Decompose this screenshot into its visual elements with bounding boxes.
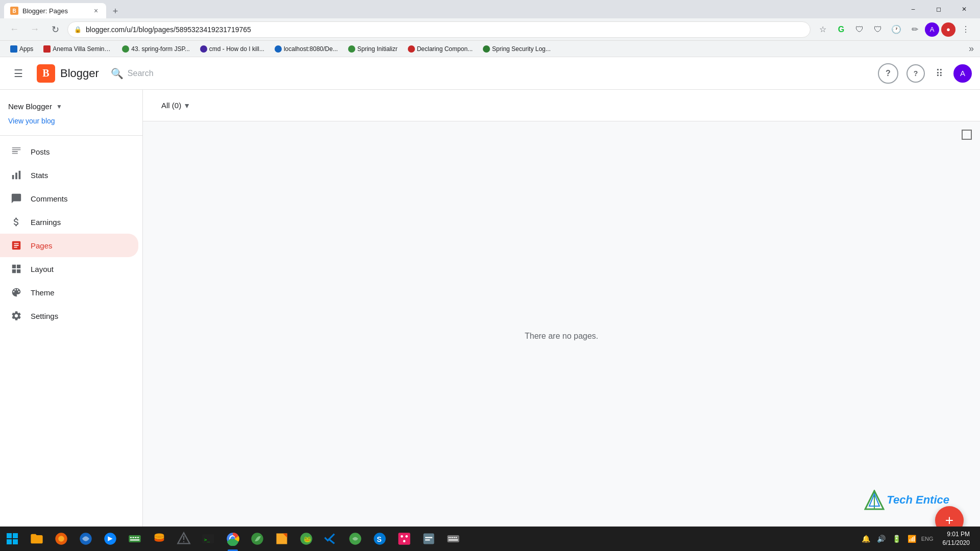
bookmark-star-icon[interactable]: ☆ (815, 21, 831, 38)
svg-text:>_: >_ (204, 537, 210, 542)
tab-close-button[interactable]: × (92, 7, 100, 15)
url-bar[interactable]: 🔒 blogger.com/u/1/blog/pages/58953234192… (67, 21, 811, 38)
taskbar-terminal[interactable]: >_ (196, 527, 220, 551)
paint-icon (397, 532, 411, 546)
hamburger-menu-button[interactable]: ☰ (8, 63, 29, 84)
pages-body: There are no pages. + (143, 121, 980, 551)
view-blog-link[interactable]: View your blog (0, 115, 142, 131)
new-tab-button[interactable]: + (108, 4, 122, 18)
bookmarks-more-button[interactable]: » (969, 43, 974, 54)
bookmark-cmd[interactable]: cmd - How do I kill... (196, 44, 268, 54)
help-button[interactable]: ? (906, 64, 925, 83)
taskbar-keyboard2[interactable] (441, 527, 465, 551)
bookmark-spring-init[interactable]: Spring Initializr (344, 44, 402, 54)
taskbar-clock[interactable]: 9:01 PM 6/11/2020 (937, 530, 976, 547)
taskbar-firefox[interactable] (49, 527, 74, 551)
svg-rect-8 (7, 539, 12, 544)
taskbar-spring[interactable] (245, 527, 270, 551)
minimize-button[interactable]: – (901, 1, 925, 17)
blogger-icon: B (37, 64, 55, 83)
svg-point-20 (155, 534, 164, 537)
maximize-button[interactable]: ◻ (927, 1, 950, 17)
volume-icon[interactable]: 🔊 (874, 532, 889, 546)
bookmark-anema[interactable]: Anema Villa Seminy... (39, 44, 116, 54)
extension3-icon[interactable]: 🕐 (888, 21, 904, 38)
taskbar-app15[interactable] (416, 527, 441, 551)
keyboard-layout-icon[interactable]: ENG (920, 532, 935, 546)
taskbar-ie[interactable] (74, 527, 98, 551)
sidebar-theme-label: Theme (31, 288, 55, 297)
refresh-button[interactable]: ↻ (47, 21, 63, 38)
search-input[interactable] (128, 69, 281, 78)
app10-icon: 🐸 (299, 532, 313, 546)
sidebar-item-posts[interactable]: Posts (0, 140, 138, 163)
taskbar-keyboard[interactable] (122, 527, 147, 551)
sidebar-item-layout[interactable]: Layout (0, 257, 138, 281)
more-options-icon[interactable]: ⋮ (958, 21, 974, 38)
svg-rect-50 (449, 539, 458, 540)
taskbar-app6[interactable] (172, 527, 196, 551)
lock-icon: 🔒 (74, 26, 82, 33)
user-avatar[interactable]: A (953, 64, 972, 83)
nav-bar: ← → ↻ 🔒 blogger.com/u/1/blog/pages/58953… (0, 18, 980, 41)
search-bar: 🔍 (107, 63, 870, 84)
clock-date: 6/11/2020 (943, 539, 970, 547)
filter-label: All (0) (161, 101, 181, 110)
notifications-icon[interactable]: 🔔 (859, 532, 873, 546)
svg-rect-18 (137, 537, 139, 538)
notification-dot[interactable]: ● (941, 22, 955, 37)
sidebar-item-comments[interactable]: Comments (0, 187, 138, 210)
apps-grid-icon[interactable]: ⠿ (929, 63, 949, 84)
filter-dropdown[interactable]: All (0) ▼ (155, 98, 197, 113)
taskbar-chrome[interactable] (220, 527, 245, 551)
taskbar-paint[interactable] (392, 527, 416, 551)
taskbar-skype[interactable]: S (368, 527, 392, 551)
extension4-icon[interactable]: ✏ (906, 21, 923, 38)
layout-icon (10, 263, 22, 274)
sidebar-item-pages[interactable]: Pages (0, 234, 138, 257)
search-icon[interactable]: 🔍 (107, 63, 128, 84)
svg-rect-7 (13, 533, 18, 538)
taskbar-vscode[interactable] (318, 527, 343, 551)
header-actions: ? ⠿ A (906, 63, 972, 84)
help-icon[interactable]: ? (878, 63, 898, 84)
blog-selector[interactable]: New Blogger ▼ (0, 98, 142, 115)
back-button[interactable]: ← (6, 21, 22, 38)
bookmark-localhost[interactable]: localhost:8080/De... (271, 44, 342, 54)
bookmark-declaring-label: Declaring Compon... (417, 45, 473, 53)
battery-icon[interactable]: 🔋 (890, 532, 904, 546)
taskbar-file-explorer[interactable] (24, 527, 49, 551)
internet-explorer-icon (79, 532, 93, 546)
blog-name: New Blogger (8, 102, 52, 111)
sidebar-layout-label: Layout (31, 265, 54, 273)
sidebar-item-earnings[interactable]: Earnings (0, 210, 138, 234)
spring-form-favicon (122, 45, 129, 53)
profile-circle[interactable]: A (925, 22, 939, 37)
bookmark-apps[interactable]: Apps (6, 44, 37, 54)
taskbar-db-browser[interactable] (147, 527, 172, 551)
close-button[interactable]: ✕ (952, 1, 976, 17)
blog-dropdown-arrow-icon: ▼ (56, 103, 62, 110)
bookmark-declaring[interactable]: Declaring Compon... (404, 44, 477, 54)
sidebar-item-settings[interactable]: Settings (0, 304, 138, 328)
taskbar-thunderbird[interactable] (98, 527, 122, 551)
taskbar-app10[interactable]: 🐸 (294, 527, 318, 551)
extension2-icon[interactable]: 🛡 (870, 21, 886, 38)
grammarly-icon[interactable]: G (833, 21, 849, 38)
taskbar-app12[interactable] (343, 527, 368, 551)
taskbar-sticky-notes[interactable] (270, 527, 294, 551)
browser-window: B Blogger: Pages × + – ◻ ✕ ← → ↻ 🔒 blogg… (0, 0, 980, 551)
sidebar-settings-label: Settings (31, 312, 58, 320)
network-icon[interactable]: 📶 (905, 532, 919, 546)
sidebar-divider (0, 135, 142, 136)
bookmark-spring-form[interactable]: 43. spring-form JSP... (118, 44, 194, 54)
db-browser-icon (152, 532, 166, 546)
forward-button[interactable]: → (27, 21, 43, 38)
bookmark-spring-security[interactable]: Spring Security Log... (479, 44, 555, 54)
select-all-checkbox[interactable] (962, 130, 972, 140)
browser-tab-active[interactable]: B Blogger: Pages × (4, 3, 106, 18)
start-button[interactable] (0, 527, 24, 551)
sidebar-item-stats[interactable]: Stats (0, 163, 138, 187)
extension1-icon[interactable]: 🛡 (851, 21, 868, 38)
sidebar-item-theme[interactable]: Theme (0, 281, 138, 304)
